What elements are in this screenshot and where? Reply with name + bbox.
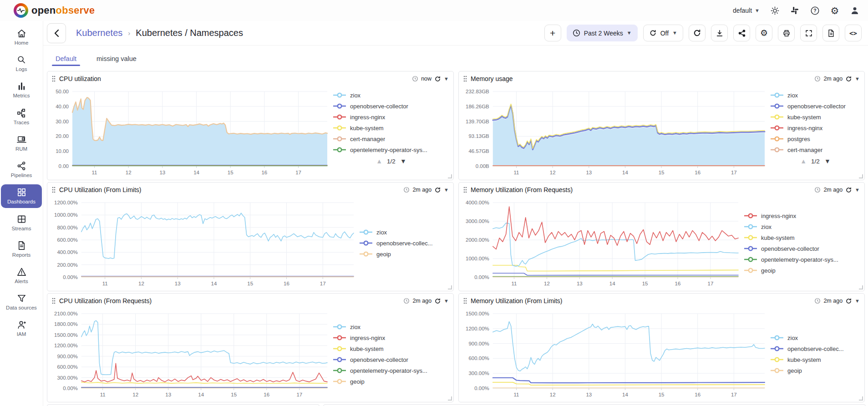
panel-resize-handle[interactable] (859, 285, 863, 289)
legend-item-kube-system[interactable]: kube-system (333, 122, 450, 133)
sidebar-item-metrics[interactable]: Metrics (1, 78, 42, 102)
legend-item-ingress-nginx[interactable]: ingress-nginx (744, 210, 861, 221)
organization-select[interactable]: default ▼ (733, 7, 760, 14)
sidebar-item-rum[interactable]: RUM (1, 132, 42, 155)
tab-missing-value[interactable]: missing value (95, 49, 138, 68)
panel-menu-caret-icon[interactable]: ▼ (444, 76, 449, 81)
legend-item-kube-system[interactable]: kube-system (333, 343, 450, 354)
print-button[interactable] (778, 25, 795, 41)
dashboard-settings-button[interactable]: ⚙ (756, 25, 772, 41)
legend-item-cert-manager[interactable]: cert-manager (333, 133, 450, 144)
fullscreen-button[interactable] (800, 25, 817, 41)
legend-item-ingress-nginx[interactable]: ingress-nginx (333, 112, 450, 122)
auto-refresh-select[interactable]: Off ▼ (643, 25, 683, 41)
legend-item-opentelemetry-operator-sys[interactable]: opentelemetry-operator-sys... (333, 365, 450, 376)
settings-gear-icon[interactable]: ⚙ (830, 5, 840, 15)
sidebar-item-pipelines[interactable]: Pipelines (1, 158, 42, 181)
panel-refresh-icon[interactable] (845, 187, 852, 193)
drag-handle-icon[interactable] (52, 298, 56, 304)
sidebar-item-reports[interactable]: Reports (1, 238, 42, 261)
time-range-select[interactable]: Past 2 Weeks ▼ (567, 25, 638, 41)
x-axis-tick-label: 13 (577, 281, 583, 286)
back-button[interactable] (47, 23, 66, 43)
panel-resize-handle[interactable] (448, 396, 452, 401)
legend-item-geoip[interactable]: geoip (744, 265, 861, 276)
legend-item-openobserve-collec[interactable]: openobserve-collec... (770, 343, 861, 354)
export-download-button[interactable] (711, 25, 728, 41)
share-button[interactable] (733, 25, 750, 41)
drag-handle-icon[interactable] (463, 76, 467, 82)
legend-item-geoip[interactable]: geoip (770, 365, 861, 376)
refresh-button[interactable] (689, 25, 706, 41)
legend-item-geoip[interactable]: geoip (333, 376, 450, 387)
help-icon[interactable]: ? (810, 5, 820, 15)
y-axis-tick-label: 600.00% (57, 237, 77, 243)
legend-item-ziox[interactable]: ziox (359, 227, 450, 238)
export-json-button[interactable] (822, 25, 839, 41)
y-axis-tick-label: 1500.00% (54, 332, 78, 338)
legend-item-kube-system[interactable]: kube-system (744, 232, 861, 243)
slack-icon[interactable] (790, 5, 800, 15)
panel-refresh-icon[interactable] (845, 76, 852, 82)
legend-page-up-icon[interactable]: ▲ (800, 157, 807, 165)
legend-page-up-icon[interactable]: ▲ (376, 157, 382, 165)
legend-page-down-icon[interactable]: ▼ (400, 157, 406, 165)
legend-item-ingress-nginx[interactable]: ingress-nginx (770, 122, 861, 133)
legend-item-ingress-nginx[interactable]: ingress-nginx (333, 332, 450, 343)
legend-item-kube-system[interactable]: kube-system (770, 354, 861, 365)
sidebar-item-alerts[interactable]: Alerts (1, 264, 42, 287)
sidebar-item-data-sources[interactable]: Data sources (1, 290, 42, 314)
drag-handle-icon[interactable] (52, 187, 56, 193)
legend-item-openobserve-collector[interactable]: openobserve-collector (770, 101, 861, 112)
drag-handle-icon[interactable] (463, 298, 467, 304)
sidebar-item-home[interactable]: Home (1, 25, 42, 49)
legend-item-geoip[interactable]: geoip (359, 249, 450, 259)
panel-refresh-icon[interactable] (434, 187, 441, 193)
drag-handle-icon[interactable] (463, 187, 467, 193)
legend-item-opentelemetry-operator-sys[interactable]: opentelemetry-operator-sys... (333, 144, 450, 155)
legend-item-ziox[interactable]: ziox (770, 332, 861, 343)
legend-label: kube-system (350, 345, 384, 352)
breadcrumb-parent-link[interactable]: Kubernetes (76, 28, 122, 38)
legend-marker-icon (744, 213, 757, 218)
drag-handle-icon[interactable] (52, 76, 56, 82)
panel-refresh-icon[interactable] (845, 298, 852, 304)
sidebar-item-logs[interactable]: Logs (1, 52, 42, 75)
account-user-icon[interactable] (850, 5, 860, 15)
legend-item-openobserve-collector[interactable]: openobserve-collector (333, 354, 450, 365)
add-panel-button[interactable]: + (544, 25, 561, 41)
panel-menu-caret-icon[interactable]: ▼ (855, 76, 860, 81)
legend-item-openobserve-collec[interactable]: openobserve-collec... (359, 238, 450, 249)
sidebar-item-iam[interactable]: IAM (1, 317, 42, 340)
panel-refresh-icon[interactable] (434, 298, 441, 304)
chart-cpu-utilization-from-limits: 0.00%200.00%400.00%600.00%800.00%1000.00… (50, 197, 357, 289)
sidebar-item-traces[interactable]: Traces (1, 105, 42, 128)
view-code-button[interactable]: <> (845, 25, 862, 41)
legend-page-down-icon[interactable]: ▼ (824, 157, 831, 165)
panel-menu-caret-icon[interactable]: ▼ (855, 188, 860, 193)
legend-item-postgres[interactable]: postgres (770, 133, 861, 144)
legend-item-openobserve-collector[interactable]: openobserve-collector (333, 101, 450, 112)
legend-item-ziox[interactable]: ziox (744, 221, 861, 232)
legend-item-ziox[interactable]: ziox (333, 90, 450, 101)
legend-item-cert-manager[interactable]: cert-manager (770, 144, 861, 155)
tab-default[interactable]: Default (54, 49, 78, 68)
legend-item-ziox[interactable]: ziox (770, 90, 861, 101)
sidebar-item-streams[interactable]: Streams (1, 211, 42, 234)
legend-marker-icon (770, 136, 784, 142)
panel-menu-caret-icon[interactable]: ▼ (855, 299, 860, 304)
panel-resize-handle[interactable] (859, 396, 863, 401)
legend-item-kube-system[interactable]: kube-system (770, 112, 861, 122)
panel-resize-handle[interactable] (448, 285, 452, 289)
legend-item-ziox[interactable]: ziox (333, 321, 450, 332)
legend-item-openobserve-collector[interactable]: openobserve-collector (744, 243, 861, 254)
last-refreshed-clock-icon (403, 298, 410, 304)
sidebar-item-dashboards[interactable]: Dashboards (1, 184, 42, 208)
panel-menu-caret-icon[interactable]: ▼ (444, 299, 449, 304)
panel-refresh-icon[interactable] (434, 76, 441, 82)
legend-item-opentelemetry-operator-sys[interactable]: opentelemetry-operator-sys... (744, 254, 861, 265)
theme-brightness-icon[interactable] (770, 5, 780, 15)
panel-resize-handle[interactable] (448, 174, 452, 178)
panel-resize-handle[interactable] (859, 174, 863, 178)
panel-menu-caret-icon[interactable]: ▼ (444, 188, 449, 193)
